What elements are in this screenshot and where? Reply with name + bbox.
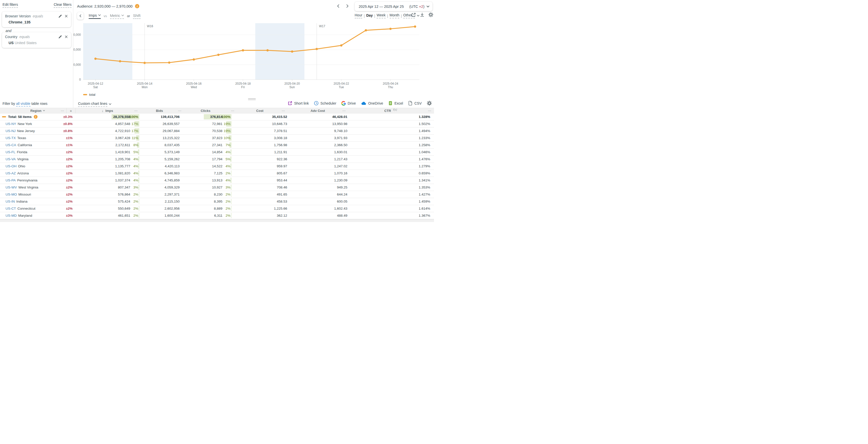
table-row[interactable]: US-CA California ±1% 2,172,611 8% 8,037,… (0, 142, 434, 149)
imps-value: 1,135,777 (75, 163, 130, 170)
shift-selector[interactable]: Shift (133, 13, 141, 19)
chart-settings-gear-icon[interactable] (428, 12, 434, 18)
edit-pencil-icon[interactable] (58, 35, 62, 39)
clicks-pct-value: 4% (222, 163, 231, 170)
imps-value: 1,419,901 (75, 149, 130, 155)
column-header-region[interactable]: Region ⋯ + (0, 108, 75, 113)
clicks-pct-value: 10% (222, 135, 231, 141)
imps-value: 1,037,374 (75, 177, 130, 184)
clear-filters-link[interactable]: Clear filters (54, 2, 71, 8)
granularity-week[interactable]: Week (377, 13, 385, 19)
region-name: Pennsylvania (17, 178, 37, 182)
filter-card-browser-version[interactable]: Browser Version equals Chrome_135 (2, 11, 71, 27)
ctr-column-menu-icon[interactable]: ⋯ (428, 109, 432, 113)
error-margin-value: ±0.8% (63, 127, 72, 134)
scheduler-button[interactable]: Scheduler (314, 101, 336, 106)
edit-filters-link[interactable]: Edit filters (2, 2, 18, 8)
region-cell: US-WV West Virginia ±2% (0, 184, 75, 191)
clicks-value: 37,823 (180, 135, 222, 141)
filter-card-country[interactable]: Country equals US United States (2, 32, 71, 48)
or-label: or (127, 14, 130, 18)
remove-filter-icon[interactable] (64, 35, 68, 38)
onedrive-button[interactable]: OneDrive (361, 101, 383, 106)
edit-pencil-icon[interactable] (58, 14, 62, 18)
csv-export-button[interactable]: CSV (408, 101, 422, 106)
column-header-clicks[interactable]: Clicks ⋯ (180, 108, 231, 113)
table-row-total[interactable]: Total: 58 items i ±0.3% 28,378,558 100% … (0, 113, 434, 120)
short-link-button[interactable]: Short link (288, 101, 309, 106)
column-header-bids[interactable]: Bids ⋯ (139, 108, 180, 113)
bids-value: 139,413,706 (139, 113, 180, 120)
table-row[interactable]: US-AZ Arizona ±2% 1,081,820 4% 6,346,983… (0, 170, 434, 177)
region-code-link[interactable]: US-IN (5, 200, 15, 203)
filter-by-row: Filter by all visible table rows (2, 101, 48, 106)
granularity-hour[interactable]: Hour (355, 13, 362, 19)
download-icon[interactable] (420, 12, 425, 18)
granularity-month[interactable]: Month (390, 13, 400, 19)
region-code-link[interactable]: US-MD (5, 214, 17, 217)
table-settings-gear-icon[interactable] (427, 100, 432, 106)
table-row[interactable]: US-NY New York ±0.8% 4,857,548 17% 26,63… (0, 120, 434, 127)
adv-cost-column-menu-icon[interactable]: ⋯ (342, 109, 346, 113)
chart-resize-handle[interactable] (248, 98, 256, 100)
google-drive-icon (341, 101, 346, 106)
table-row[interactable]: US-MD Maryland ±3% 461,651 2% 1,600,244 … (0, 212, 434, 219)
region-code-link[interactable]: US-NJ (5, 129, 16, 133)
filter-value: US United States (8, 41, 68, 45)
remove-filter-icon[interactable] (64, 14, 68, 18)
table-row[interactable]: US-VA Virginia ±2% 1,205,708 4% 5,159,26… (0, 156, 434, 163)
table-row[interactable]: US-FL Florida ±2% 1,419,901 5% 5,373,149… (0, 149, 434, 156)
google-drive-button[interactable]: Drive (341, 101, 356, 106)
collapse-chart-panel-button[interactable] (77, 12, 84, 20)
add-column-button[interactable]: + (66, 108, 75, 113)
all-visible-link[interactable]: all visible (16, 101, 30, 107)
traffic-chart[interactable]: 01,000,0002,000,0003,000,000W16W172025-0… (73, 21, 434, 92)
region-code-link[interactable]: US-TX (5, 136, 16, 140)
date-next-icon[interactable] (346, 4, 349, 8)
granularity-day[interactable]: Day (366, 13, 373, 18)
column-header-cost[interactable]: Cost ⋯ (231, 108, 288, 113)
svg-text:Tue: Tue (339, 85, 344, 89)
table-row[interactable]: US-TX Texas ±1% 3,067,428 11% 13,215,322… (0, 135, 434, 142)
region-code-link[interactable]: US-WV (5, 185, 17, 189)
region-code-link[interactable]: US-CA (5, 143, 16, 147)
column-header-ctr[interactable]: CTRf(x) ⋯ (347, 108, 434, 113)
table-row[interactable]: US-OH Ohio ±2% 1,135,777 4% 4,420,113 14… (0, 163, 434, 170)
region-code-link[interactable]: US-PA (5, 178, 16, 182)
table-row[interactable]: US-PA Pennsylvania ±2% 1,037,374 4% 4,74… (0, 177, 434, 184)
open-in-new-icon[interactable] (411, 12, 416, 18)
region-code-link[interactable]: US-OH (5, 164, 17, 168)
date-range-picker[interactable]: 2025 Apr 12 — 2025 Apr 25 (UTC +2) (355, 2, 433, 11)
table-row[interactable]: US-WV West Virginia ±2% 807,347 3% 4,059… (0, 184, 434, 191)
onedrive-cloud-icon (361, 101, 367, 106)
region-code-link[interactable]: US-MO (5, 193, 17, 196)
region-code-link[interactable]: US-FL (5, 150, 16, 154)
region-code-link[interactable]: US-AZ (5, 171, 16, 175)
imps-value: 575,424 (75, 198, 130, 205)
audience-info-icon[interactable]: i (135, 4, 139, 8)
cost-column-menu-icon[interactable]: ⋯ (282, 109, 285, 113)
custom-chart-lines-selector[interactable]: Custom chart lines (78, 101, 111, 107)
adv-cost-value: 1,630.01 (288, 149, 347, 155)
column-header-adv-cost[interactable]: Adv Cost ⋯ (288, 108, 347, 113)
total-info-icon[interactable]: i (34, 115, 37, 119)
imps-column-menu-icon[interactable]: ⋯ (134, 109, 138, 113)
excel-export-button[interactable]: Excel (388, 101, 403, 106)
table-row[interactable]: US-MO Missouri ±2% 576,864 2% 2,297,371 … (0, 191, 434, 198)
imps-pct-value: 2% (130, 212, 139, 219)
region-column-menu-icon[interactable]: ⋯ (61, 109, 64, 113)
region-code-link[interactable]: US-CT (5, 207, 16, 210)
region-code-link[interactable]: US-VA (5, 157, 16, 161)
svg-text:2025-04-18: 2025-04-18 (235, 82, 251, 85)
table-row[interactable]: US-CT Connecticut ±2% 550,649 2% 2,602,9… (0, 205, 434, 212)
region-name: Texas (18, 136, 26, 140)
chevron-down-icon (43, 110, 45, 111)
compare-metric-selector[interactable]: Metric (110, 13, 124, 19)
region-cell: US-OH Ohio ±2% (0, 163, 75, 170)
metric-selector-imps[interactable]: Imps (89, 13, 101, 19)
date-prev-icon[interactable] (337, 4, 340, 8)
region-code-link[interactable]: US-NY (5, 122, 16, 126)
column-header-imps[interactable]: ↓Imps ⋯ (75, 108, 139, 113)
table-row[interactable]: US-IN Indiana ±2% 575,424 2% 2,115,150 8… (0, 198, 434, 205)
table-row[interactable]: US-NJ New Jersey ±0.8% 4,722,910 17% 29,… (0, 127, 434, 135)
